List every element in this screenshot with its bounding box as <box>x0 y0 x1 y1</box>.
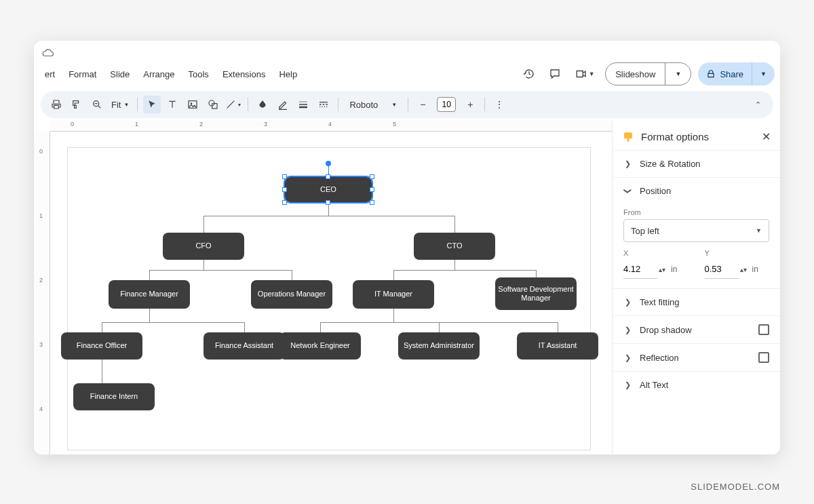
separator <box>338 98 338 111</box>
menu-tools[interactable]: Tools <box>183 66 214 82</box>
sel-handle[interactable] <box>370 200 374 205</box>
org-node-finasst[interactable]: Finance Assistant <box>204 332 285 360</box>
org-node-itasst[interactable]: IT Assistant <box>517 332 598 360</box>
connector <box>204 216 454 216</box>
section-label: Alt Text <box>640 380 668 390</box>
section-alt-text[interactable]: ❯ Alt Text <box>613 371 780 398</box>
share-button[interactable]: Share <box>698 62 752 85</box>
paint-format-icon[interactable] <box>68 96 85 113</box>
ruler-tick: 0 <box>39 148 43 155</box>
menu-help[interactable]: Help <box>273 66 303 82</box>
chevron-down-icon: ▼ <box>237 102 241 107</box>
org-node-finmgr[interactable]: Finance Manager <box>109 280 190 309</box>
image-tool-icon[interactable] <box>184 96 201 113</box>
chevron-down-icon: ▼ <box>760 71 767 77</box>
menu-slide[interactable]: Slide <box>104 66 135 82</box>
fontsize-input[interactable] <box>437 97 456 112</box>
connector <box>558 322 558 332</box>
chevron-right-icon: ❯ <box>623 159 632 168</box>
comment-icon[interactable] <box>545 64 564 83</box>
chevron-up-icon: ⌃ <box>755 100 761 109</box>
fontsize-dec[interactable]: − <box>414 96 431 113</box>
connector <box>102 322 244 323</box>
connector <box>244 322 245 332</box>
stepper-icon[interactable]: ▴▾ <box>659 266 665 273</box>
font-select[interactable]: Roboto▼ <box>344 98 402 111</box>
separator <box>137 98 138 111</box>
section-text-fitting[interactable]: ❯ Text fitting <box>613 288 780 315</box>
fontsize-inc[interactable]: + <box>461 96 479 113</box>
section-position[interactable]: ❯ Position <box>613 177 780 204</box>
sel-handle[interactable] <box>282 187 287 192</box>
sel-handle[interactable] <box>282 200 287 205</box>
org-node-neteng[interactable]: Network Engineer <box>279 332 361 360</box>
slide[interactable]: CEO CFO CTO Finance Manager Operations M… <box>68 148 590 450</box>
toolbar: Fit▼ ▼ Roboto▼ − + ⋮ ⌃ <box>41 91 773 118</box>
org-node-ceo[interactable]: CEO <box>285 177 372 202</box>
section-size-rotation[interactable]: ❯ Size & Rotation <box>613 150 780 177</box>
border-weight-icon[interactable] <box>294 96 312 113</box>
reflection-checkbox[interactable] <box>758 352 769 363</box>
vertical-ruler[interactable]: 0 1 2 3 4 <box>34 132 50 454</box>
slideshow-dropdown[interactable]: ▼ <box>665 63 691 85</box>
canvas-area[interactable]: 0 1 2 3 4 5 0 1 2 3 4 <box>34 121 612 454</box>
rotate-stem <box>328 163 329 174</box>
history-icon[interactable] <box>520 64 539 83</box>
border-color-icon[interactable] <box>274 96 292 113</box>
y-input[interactable] <box>705 260 739 279</box>
format-options-icon <box>622 131 634 143</box>
sel-handle[interactable] <box>370 187 374 192</box>
menu-extensions[interactable]: Extensions <box>217 66 271 82</box>
ruler-tick: 4 <box>39 406 43 412</box>
org-node-finintern[interactable]: Finance Intern <box>73 383 155 410</box>
org-node-finoff[interactable]: Finance Officer <box>61 332 142 360</box>
sel-handle[interactable] <box>282 174 287 179</box>
horizontal-ruler[interactable]: 0 1 2 3 4 5 <box>50 121 612 132</box>
meet-icon[interactable]: ▼ <box>571 64 598 83</box>
watermark: SLIDEMODEL.COM <box>691 482 780 492</box>
zoom-select[interactable]: Fit▼ <box>109 98 132 111</box>
org-node-cfo[interactable]: CFO <box>163 233 244 260</box>
connector <box>149 309 150 322</box>
shape-tool-icon[interactable] <box>204 96 222 113</box>
print-icon[interactable] <box>47 96 65 113</box>
org-node-opmgr[interactable]: Operations Manager <box>251 280 332 309</box>
svg-point-3 <box>209 100 214 106</box>
sel-handle[interactable] <box>370 174 374 179</box>
slideshow-button[interactable]: Slideshow <box>606 63 665 85</box>
textbox-tool-icon[interactable] <box>163 96 181 113</box>
panel-title: Format options <box>641 131 709 142</box>
share-dropdown[interactable]: ▼ <box>752 62 775 85</box>
org-node-sysadm[interactable]: System Administrator <box>398 332 480 360</box>
fill-color-icon[interactable] <box>254 96 271 113</box>
line-tool-icon[interactable]: ▼ <box>225 96 242 113</box>
zoom-out-icon[interactable] <box>88 96 106 113</box>
menubar-right: ▼ Slideshow ▼ Share ▼ <box>520 62 775 85</box>
org-node-cto[interactable]: CTO <box>414 233 495 260</box>
chevron-down-icon: ▼ <box>589 71 595 77</box>
sel-handle[interactable] <box>326 174 330 179</box>
share-button-group: Share ▼ <box>698 62 775 85</box>
collapse-toolbar-icon[interactable]: ⌃ <box>749 96 767 113</box>
ruler-tick: 1 <box>135 121 138 128</box>
org-label: CEO <box>320 185 336 194</box>
menu-format[interactable]: Format <box>63 66 102 82</box>
org-node-sdmgr[interactable]: Software Development Manager <box>495 277 577 310</box>
position-from-select[interactable]: Top left ▼ <box>623 219 769 242</box>
stepper-icon[interactable]: ▴▾ <box>740 266 747 273</box>
titlebar <box>34 41 780 60</box>
drop-shadow-checkbox[interactable] <box>758 324 769 335</box>
x-input[interactable] <box>623 260 657 279</box>
section-drop-shadow[interactable]: ❯ Drop shadow <box>613 315 780 343</box>
select-tool-icon[interactable] <box>143 96 161 113</box>
more-tools-icon[interactable]: ⋮ <box>490 96 508 113</box>
section-reflection[interactable]: ❯ Reflection <box>613 343 780 371</box>
org-node-itmgr[interactable]: IT Manager <box>353 280 434 309</box>
menu-arrange[interactable]: Arrange <box>138 66 180 82</box>
font-label: Roboto <box>349 100 378 110</box>
sel-handle[interactable] <box>326 200 330 205</box>
menu-insert[interactable]: ert <box>39 66 60 82</box>
close-panel-button[interactable]: ✕ <box>762 130 771 143</box>
border-dash-icon[interactable] <box>315 96 332 113</box>
connector <box>204 260 204 270</box>
